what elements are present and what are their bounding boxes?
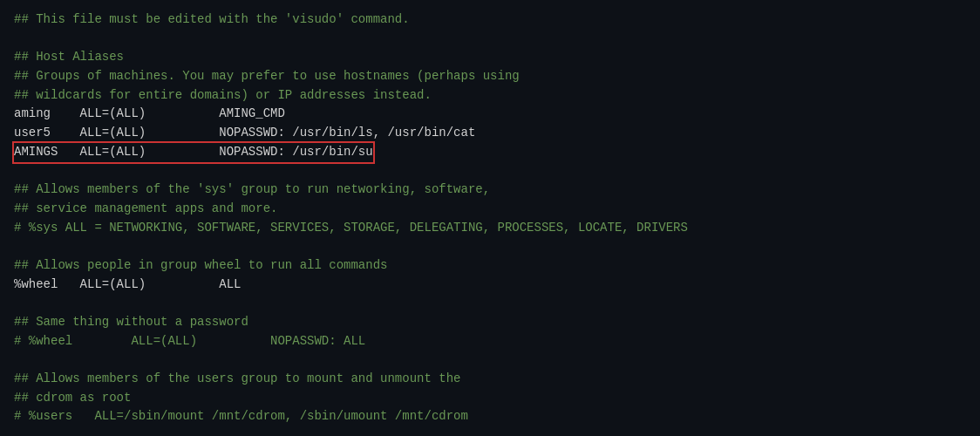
comment-line: ## cdrom as root [14, 389, 966, 408]
normal-line: %wheel ALL=(ALL) ALL [14, 276, 966, 295]
comment-line: # %sys ALL = NETWORKING, SOFTWARE, SERVI… [14, 219, 966, 238]
comment-line: ## wildcards for entire domains) or IP a… [14, 86, 966, 106]
comment-line: ## Allows members of the users group to … [14, 370, 966, 389]
terminal-window: ## This file must be edited with the 'vi… [0, 0, 980, 436]
comment-line: ## Allows people in group wheel to run a… [14, 256, 966, 276]
empty-line [14, 294, 966, 313]
comment-line: ## Groups of machines. You may prefer to… [14, 67, 966, 86]
empty-line [14, 162, 966, 181]
comment-line: ## Host Aliases [14, 48, 966, 67]
empty-line [14, 30, 966, 49]
comment-line: ## Allows members of the 'sys' group to … [14, 181, 966, 200]
empty-line [14, 351, 966, 370]
comment-line: # %users ALL=/sbin/mount /mnt/cdrom, /sb… [14, 407, 966, 426]
highlighted-text: AMINGS ALL=(ALL) NOPASSWD: /usr/bin/su [14, 143, 373, 162]
empty-line [14, 237, 966, 256]
highlighted-line: AMINGS ALL=(ALL) NOPASSWD: /usr/bin/su [14, 143, 966, 162]
normal-line: aming ALL=(ALL) AMING_CMD [14, 105, 966, 124]
comment-line: ## This file must be edited with the 'vi… [14, 10, 966, 30]
comment-line: ## Same thing without a password [14, 313, 966, 332]
comment-line: # %wheel ALL=(ALL) NOPASSWD: ALL [14, 332, 966, 351]
normal-line: user5 ALL=(ALL) NOPASSWD: /usr/bin/ls, /… [14, 124, 966, 143]
comment-line: ## service management apps and more. [14, 200, 966, 219]
